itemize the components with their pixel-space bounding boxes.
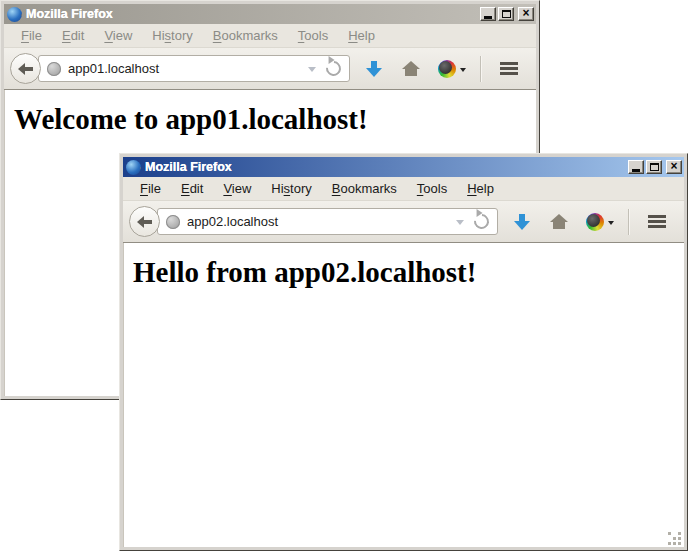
firefox-icon [126,160,141,175]
menu-view[interactable]: View [95,25,141,46]
chevron-down-icon [460,68,466,75]
back-arrow-icon [137,217,152,227]
navigation-toolbar: app02.localhost [123,201,684,243]
menu-bar: File Edit View History Bookmarks Tools H… [123,177,684,201]
navigation-toolbar: app01.localhost [4,48,536,90]
download-button[interactable] [350,53,392,85]
home-button[interactable] [540,206,578,238]
menu-tools[interactable]: Tools [289,25,337,46]
addon-button[interactable] [586,206,614,238]
page-heading: Hello from app02.localhost! [133,256,684,289]
menu-tools[interactable]: Tools [408,178,456,199]
download-icon [514,214,530,230]
minimize-button[interactable] [628,160,644,174]
chevron-down-icon [608,221,614,228]
home-icon [550,214,568,229]
minimize-icon [632,169,640,172]
menu-view[interactable]: View [214,178,260,199]
menu-edit[interactable]: Edit [53,25,93,46]
url-bar[interactable]: app01.localhost [38,55,350,82]
maximize-icon [502,10,511,18]
globe-icon [166,215,180,229]
back-button[interactable] [10,53,41,84]
hamburger-icon [648,215,666,228]
menu-bar: File Edit View History Bookmarks Tools H… [4,24,536,48]
menu-help[interactable]: Help [339,25,384,46]
close-button[interactable]: × [666,160,682,174]
window-controls: × [628,160,682,174]
back-button[interactable] [129,206,160,237]
window-title: Mozilla Firefox [26,7,480,21]
menu-bookmarks[interactable]: Bookmarks [204,25,287,46]
home-button[interactable] [392,53,430,85]
maximize-button[interactable] [646,160,662,174]
url-text[interactable]: app01.localhost [68,61,308,76]
color-wheel-icon [438,60,456,78]
toolbar-separator [628,209,630,235]
menu-help[interactable]: Help [458,178,503,199]
page-heading: Welcome to app01.localhost! [14,103,536,136]
menu-file[interactable]: File [131,178,170,199]
addon-button[interactable] [438,53,466,85]
titlebar[interactable]: Mozilla Firefox × [4,4,536,24]
color-wheel-icon [586,213,604,231]
maximize-button[interactable] [498,7,514,21]
reload-icon[interactable] [471,211,492,232]
minimize-icon [484,16,492,19]
titlebar[interactable]: Mozilla Firefox × [123,157,684,177]
resize-grip-icon[interactable] [668,531,682,545]
download-button[interactable] [498,206,540,238]
window-title: Mozilla Firefox [145,160,628,174]
close-icon: × [522,8,529,18]
reload-icon[interactable] [323,58,344,79]
url-text[interactable]: app02.localhost [187,214,456,229]
menu-bookmarks[interactable]: Bookmarks [323,178,406,199]
hamburger-icon [500,62,518,75]
firefox-icon [7,7,22,22]
menu-history[interactable]: History [143,25,201,46]
toolbar-separator [480,56,482,82]
window-controls: × [480,7,534,21]
url-bar[interactable]: app02.localhost [157,208,498,235]
back-arrow-icon [18,64,33,74]
globe-icon [47,62,61,76]
close-button[interactable]: × [518,7,534,21]
menu-history[interactable]: History [262,178,320,199]
url-history-dropdown-icon[interactable] [308,67,316,76]
menu-file[interactable]: File [12,25,51,46]
home-icon [402,61,420,76]
menu-edit[interactable]: Edit [172,178,212,199]
url-history-dropdown-icon[interactable] [456,220,464,229]
browser-window-app02: Mozilla Firefox × File Edit View History… [119,153,688,551]
desktop: Mozilla Firefox × File Edit View History… [0,0,688,551]
minimize-button[interactable] [480,7,496,21]
maximize-icon [650,163,659,171]
close-icon: × [670,161,677,171]
open-menu-button[interactable] [488,53,530,85]
page-content: Hello from app02.localhost! [123,243,684,547]
download-icon [366,61,382,77]
open-menu-button[interactable] [636,206,678,238]
